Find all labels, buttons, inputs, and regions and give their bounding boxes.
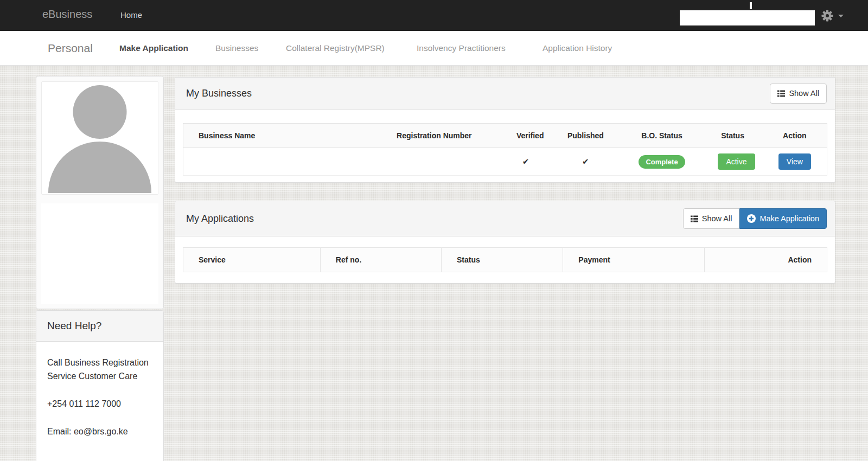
main-area: My Businesses Show All bbox=[175, 66, 835, 461]
profile-card bbox=[36, 76, 164, 309]
help-text-customer-care: Call Business Registration Service Custo… bbox=[47, 356, 152, 383]
need-help-title: Need Help? bbox=[36, 311, 163, 342]
col-published: Published bbox=[550, 124, 621, 148]
my-applications-body: Service Ref no. Status Payment Action bbox=[175, 236, 835, 272]
my-businesses-title: My Businesses bbox=[186, 88, 252, 99]
applications-actions: Show All Make Application bbox=[683, 208, 827, 229]
redacted-username-mark bbox=[750, 2, 752, 9]
status-badge[interactable]: Active bbox=[718, 153, 755, 170]
make-application-label: Make Application bbox=[760, 215, 819, 223]
applications-show-all-button[interactable]: Show All bbox=[683, 208, 740, 229]
tab-businesses[interactable]: Businesses bbox=[215, 43, 258, 53]
my-applications-heading: My Applications Show All bbox=[175, 201, 835, 236]
col-registration-number: Registration Number bbox=[381, 124, 501, 148]
table-row: ✔ ✔ Complete Active View bbox=[183, 148, 827, 176]
my-businesses-heading: My Businesses Show All bbox=[175, 78, 835, 110]
tab-application-history[interactable]: Application History bbox=[542, 43, 612, 53]
caret-down-icon bbox=[838, 15, 844, 17]
top-navbar: eBusiness Home bbox=[0, 0, 868, 31]
gear-icon bbox=[821, 10, 833, 22]
secondary-navbar: Personal Make Application Businesses Col… bbox=[0, 31, 868, 66]
view-button[interactable]: View bbox=[778, 153, 811, 170]
plus-circle-icon bbox=[747, 214, 756, 223]
nav-home[interactable]: Home bbox=[120, 10, 142, 20]
list-icon bbox=[777, 90, 785, 97]
my-applications-title: My Applications bbox=[186, 213, 254, 225]
col-action: Action bbox=[763, 124, 827, 148]
applications-show-all-label: Show All bbox=[702, 215, 732, 223]
col-app-status: Status bbox=[441, 248, 563, 272]
my-businesses-body: Business Name Registration Number Verifi… bbox=[175, 110, 835, 176]
businesses-show-all-button[interactable]: Show All bbox=[770, 84, 827, 104]
settings-dropdown[interactable] bbox=[821, 8, 850, 24]
cell-registration-number bbox=[381, 148, 501, 176]
tab-collateral-registry[interactable]: Collateral Registry(MPSR) bbox=[286, 43, 385, 53]
help-text-phone: +254 011 112 7000 bbox=[47, 397, 152, 411]
need-help-panel: Need Help? Call Business Registration Se… bbox=[36, 310, 164, 461]
redacted-username-box bbox=[680, 10, 815, 25]
col-verified: Verified bbox=[501, 124, 550, 148]
col-service: Service bbox=[183, 248, 321, 272]
table-header-row: Service Ref no. Status Payment Action bbox=[183, 248, 827, 272]
page-content: Need Help? Call Business Registration Se… bbox=[0, 66, 868, 461]
col-app-action: Action bbox=[705, 248, 827, 272]
screen: eBusiness Home bbox=[0, 0, 868, 461]
col-ref-no: Ref no. bbox=[320, 248, 441, 272]
redacted-profile-details bbox=[41, 203, 158, 304]
cell-business-name bbox=[183, 148, 382, 176]
bo-status-badge: Complete bbox=[639, 155, 685, 169]
verified-check-icon: ✔ bbox=[522, 157, 529, 166]
my-businesses-panel: My Businesses Show All bbox=[175, 77, 835, 183]
tab-make-application[interactable]: Make Application bbox=[119, 43, 188, 53]
tab-insolvency-practitioners[interactable]: Insolvency Practitioners bbox=[417, 43, 506, 53]
app-brand[interactable]: eBusiness bbox=[42, 8, 92, 21]
businesses-show-all-label: Show All bbox=[789, 89, 819, 98]
col-business-name: Business Name bbox=[183, 124, 382, 148]
my-businesses-table: Business Name Registration Number Verifi… bbox=[183, 123, 827, 176]
table-header-row: Business Name Registration Number Verifi… bbox=[183, 124, 827, 148]
my-applications-panel: My Applications Show All bbox=[175, 201, 835, 284]
help-text-email: Email: eo@brs.go.ke bbox=[47, 425, 152, 438]
my-applications-table: Service Ref no. Status Payment Action bbox=[183, 247, 827, 272]
make-application-button[interactable]: Make Application bbox=[739, 208, 827, 229]
published-check-icon: ✔ bbox=[582, 157, 589, 166]
need-help-body: Call Business Registration Service Custo… bbox=[36, 342, 163, 461]
subnav-brand-personal[interactable]: Personal bbox=[48, 42, 93, 55]
list-icon bbox=[691, 215, 698, 222]
avatar bbox=[41, 81, 158, 195]
col-payment: Payment bbox=[563, 248, 705, 272]
col-status: Status bbox=[703, 124, 762, 148]
col-bo-status: B.O. Status bbox=[621, 124, 703, 148]
